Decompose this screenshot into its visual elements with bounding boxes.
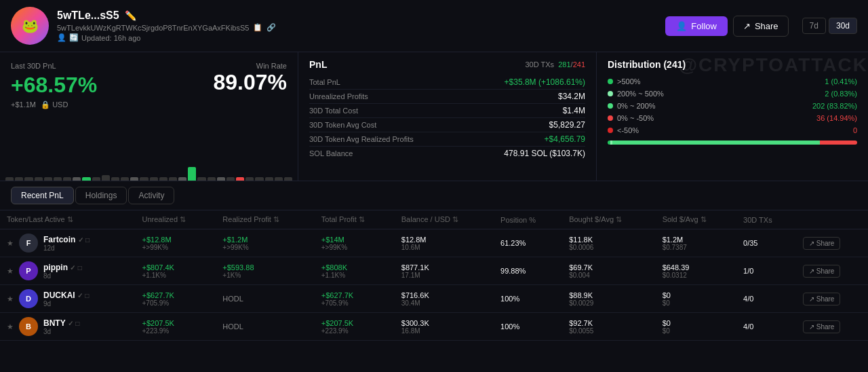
dist-dot [608, 115, 613, 121]
total-profit-cell: +$627.7K +705.9% [315, 285, 395, 313]
pnl-row-value: +$4,656.79 [545, 134, 585, 144]
total-profit-cell: +$14M +>99K% [315, 229, 395, 257]
copy-token-icon[interactable]: □ [78, 264, 82, 272]
pnl-panel: PnL 30D TXs 281/241 Total PnL+$35.8M (+1… [298, 52, 597, 181]
win-rate-value: 89.07% [213, 70, 287, 95]
refresh-icon[interactable]: 🔄 [69, 33, 79, 42]
token-time: 12d [43, 244, 90, 252]
chart-bar [284, 177, 292, 181]
sold-cell: $0 $0 [656, 285, 736, 313]
chart-bar [169, 177, 177, 181]
balance-cell: $716.6K 30.4M [395, 285, 494, 313]
last30d-label: Last 30D PnL [11, 62, 97, 70]
main-table: Token/Last Active ⇅ Unrealized ⇅ Realize… [0, 210, 868, 341]
dist-dot [608, 91, 613, 96]
period-7d-button[interactable]: 7d [802, 18, 826, 34]
table-container: Token/Last Active ⇅ Unrealized ⇅ Realize… [0, 210, 868, 341]
dist-dot [608, 79, 613, 84]
edit-icon[interactable]: ✏️ [125, 10, 136, 21]
link-icon[interactable]: 🔗 [267, 23, 276, 32]
chart-bar [24, 177, 33, 181]
col-bought: Bought $/Avg ⇅ [562, 210, 655, 229]
bought-cell: $88.9K $0.0029 [562, 285, 655, 313]
copy-icon[interactable]: 📋 [253, 23, 262, 32]
header-info: 5wTLe...sS5 ✏️ 5wTLevkkUWzKgRTWKcSjrgdoP… [57, 10, 665, 42]
wallet-address: 5wTLevkkUWzKgRTWKcSjrgdoP8TnrEnXYGaAxFKi… [57, 24, 249, 32]
chart-bar [265, 177, 273, 181]
username: 5wTLe...sS5 [57, 10, 119, 22]
unrealized-cell: +$807.4K +1.1K% [135, 257, 216, 285]
dist-label: 200% ~ 500% [608, 90, 664, 98]
pnl-row-value: +$35.8M (+1086.61%) [505, 77, 585, 87]
star-icon[interactable]: ★ [7, 322, 14, 331]
verified-icon: ✓ [68, 320, 73, 327]
copy-token-icon[interactable]: □ [85, 236, 90, 244]
chart-area [0, 126, 298, 181]
token-avatar: P [19, 261, 38, 280]
unrealized-cell: +$207.5K +223.9% [135, 313, 216, 341]
updated-text: Updated: 16h ago [81, 34, 140, 42]
follow-icon: 👤 [676, 21, 687, 31]
txs-cell: 1/0 [736, 257, 796, 285]
total-profit-cell: +$808K +1.1K% [315, 257, 395, 285]
avatar: 🐸 [11, 7, 49, 45]
bought-cell: $92.7K $0.0055 [562, 313, 655, 341]
dist-value: 0 [853, 126, 857, 134]
txs-cell: 4/0 [736, 313, 796, 341]
period-30d-button[interactable]: 30d [829, 18, 857, 34]
token-time: 8d [43, 272, 82, 280]
copy-token-icon[interactable]: □ [85, 292, 89, 299]
star-icon[interactable]: ★ [7, 267, 14, 276]
col-position: Position % [494, 210, 562, 229]
realized-cell: +$1.2M+>99K% [222, 236, 307, 251]
star-icon[interactable]: ★ [7, 239, 14, 248]
realized-cell: HODL [216, 285, 314, 313]
balance-cell: $12.8M 10.6M [395, 229, 494, 257]
dist-row: <-50%0 [608, 124, 857, 136]
bought-cell: $11.8K $0.0006 [562, 229, 655, 257]
share-button[interactable]: ↗ Share [733, 16, 789, 37]
tab-activity[interactable]: Activity [128, 187, 174, 204]
tab-holdings[interactable]: Holdings [75, 187, 127, 204]
token-info: BNTY ✓ □ 3d [43, 318, 79, 335]
table-header-row: Token/Last Active ⇅ Unrealized ⇅ Realize… [0, 210, 868, 229]
chart-bar [130, 177, 138, 181]
token-name: pippin ✓ □ [43, 263, 82, 272]
row-share-button[interactable]: ↗ Share [803, 293, 840, 305]
token-avatar: B [19, 317, 38, 336]
sold-cell: $648.39 $0.0312 [656, 257, 736, 285]
share-icon: ↗ [743, 21, 751, 31]
sold-cell: $0 $0 [656, 313, 736, 341]
token-cell: ★ B BNTY ✓ □ 3d [0, 313, 135, 341]
txs-cell: 0/35 [736, 229, 796, 257]
realized-cell: +$593.88+1K% [222, 263, 307, 279]
token-info: Fartcoin ✓ □ 12d [43, 235, 90, 252]
dist-label: >500% [608, 77, 641, 86]
copy-token-icon[interactable]: □ [75, 320, 79, 327]
dist-row: 0% ~ -50%36 (14.94%) [608, 112, 857, 124]
action-cell: ↗ Share [796, 313, 868, 341]
chart-bar [197, 177, 205, 181]
chart-bar [73, 177, 81, 181]
chart-bar [63, 177, 71, 181]
row-share-button[interactable]: ↗ Share [803, 265, 840, 278]
hodl-badge: HODL [222, 322, 243, 331]
total-profit-cell: +$207.5K +223.9% [315, 313, 395, 341]
token-info: DUCKAI ✓ □ 9d [43, 291, 89, 308]
row-share-button[interactable]: ↗ Share [803, 237, 840, 250]
verified-icon: ✓ [70, 264, 75, 272]
distribution-panel: Distribution (241) >500%1 (0.41%)200% ~ … [597, 52, 868, 181]
row-share-button[interactable]: ↗ Share [803, 320, 840, 333]
chart-bar [159, 177, 167, 181]
follow-button[interactable]: 👤 Follow [665, 16, 728, 36]
table-row: ★ P pippin ✓ □ 8d +$807.4K +1.1K% +$593.… [0, 257, 868, 285]
chart-bar [44, 177, 52, 181]
dist-value: 202 (83.82%) [812, 102, 857, 110]
col-unrealized: Unrealized ⇅ [135, 210, 216, 229]
dist-value: 1 (0.41%) [825, 77, 857, 86]
dist-value: 36 (14.94%) [816, 114, 857, 122]
tab-recent-pnl[interactable]: Recent PnL [11, 187, 74, 204]
pnl-row-value: $5,829.27 [549, 120, 585, 130]
star-icon[interactable]: ★ [7, 295, 14, 303]
chart-bar [226, 177, 235, 181]
